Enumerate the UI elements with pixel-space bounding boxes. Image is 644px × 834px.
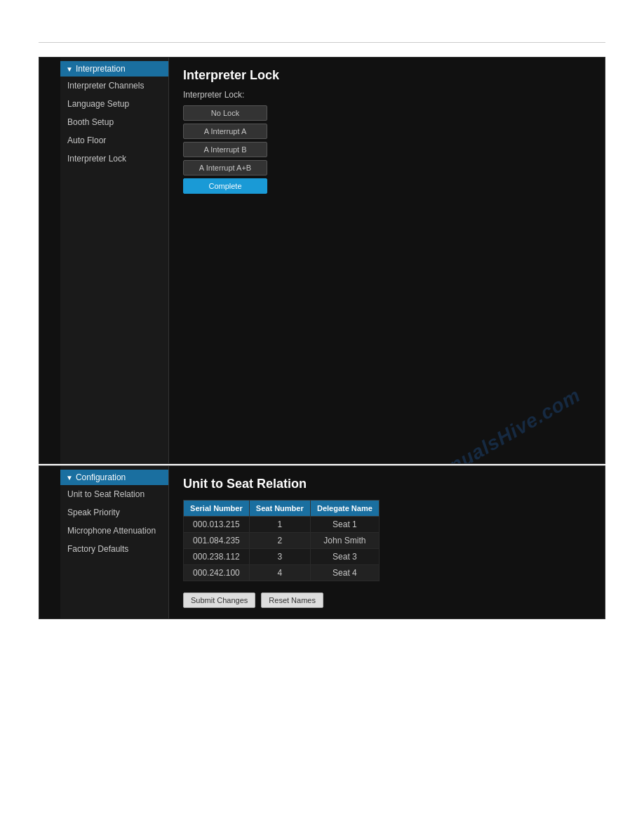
config-sidebar-header-label: Configuration xyxy=(76,472,126,482)
configuration-sidebar: ▼ Configuration Unit to Seat Relation Sp… xyxy=(60,466,169,618)
cell-seat-3: 4 xyxy=(249,565,310,581)
main-wrapper: ▼ Interpretation Interpreter Channels La… xyxy=(0,43,644,633)
interpreter-lock-label: Interpreter Lock: xyxy=(183,90,450,100)
cell-serial-1: 001.084.235 xyxy=(184,533,250,549)
cell-delegate-3: Seat 4 xyxy=(310,565,379,581)
sidebar-item-language-setup[interactable]: Language Setup xyxy=(60,95,168,113)
a-interrupt-b-button[interactable]: A Interrupt B xyxy=(183,142,267,157)
table-row: 000.013.2151Seat 1 xyxy=(184,517,380,533)
table-row: 001.084.2352John Smith xyxy=(184,533,380,549)
unit-seat-relation-panel: ▼ Configuration Unit to Seat Relation Sp… xyxy=(39,465,605,619)
submit-changes-button[interactable]: Submit Changes xyxy=(183,593,255,608)
right-gutter-2 xyxy=(464,466,605,618)
cell-delegate-1: John Smith xyxy=(310,533,379,549)
interpreter-lock-panel: ▼ Interpretation Interpreter Channels La… xyxy=(39,57,605,464)
left-gutter-2 xyxy=(39,466,60,618)
right-gutter-1: manualsHive.com xyxy=(464,58,605,463)
unit-seat-content: Unit to Seat Relation Serial Number Seat… xyxy=(169,466,464,618)
cell-serial-0: 000.013.215 xyxy=(184,517,250,533)
config-sidebar-arrow-icon: ▼ xyxy=(66,474,73,482)
left-gutter-1 xyxy=(39,58,60,463)
cell-seat-2: 3 xyxy=(249,549,310,565)
no-lock-button[interactable]: No Lock xyxy=(183,105,267,121)
col-header-delegate: Delegate Name xyxy=(310,501,379,517)
table-row: 000.238.1123Seat 3 xyxy=(184,549,380,565)
a-interrupt-a-button[interactable]: A Interrupt A xyxy=(183,124,267,139)
sidebar-item-unit-seat[interactable]: Unit to Seat Relation xyxy=(60,485,168,503)
unit-seat-title: Unit to Seat Relation xyxy=(183,477,450,491)
cell-seat-1: 2 xyxy=(249,533,310,549)
lock-buttons-group: No Lock A Interrupt A A Interrupt B A In… xyxy=(183,105,267,194)
interpreter-lock-content: Interpreter Lock Interpreter Lock: No Lo… xyxy=(169,58,464,463)
unit-seat-table: Serial Number Seat Number Delegate Name … xyxy=(183,500,380,581)
cell-seat-0: 1 xyxy=(249,517,310,533)
interpretation-sidebar: ▼ Interpretation Interpreter Channels La… xyxy=(60,58,169,463)
sidebar-item-speak-priority[interactable]: Speak Priority xyxy=(60,503,168,522)
col-header-seat: Seat Number xyxy=(249,501,310,517)
a-interrupt-ab-button[interactable]: A Interrupt A+B xyxy=(183,160,267,176)
sidebar-item-interpreter-lock[interactable]: Interpreter Lock xyxy=(60,150,168,168)
interpreter-lock-title: Interpreter Lock xyxy=(183,68,450,83)
table-row: 000.242.1004Seat 4 xyxy=(184,565,380,581)
config-sidebar-header: ▼ Configuration xyxy=(60,470,168,485)
sidebar-arrow-icon: ▼ xyxy=(66,65,73,73)
sidebar-header-label: Interpretation xyxy=(76,64,126,74)
sidebar-item-factory-defaults[interactable]: Factory Defaults xyxy=(60,540,168,558)
cell-serial-2: 000.238.112 xyxy=(184,549,250,565)
sidebar-item-booth-setup[interactable]: Booth Setup xyxy=(60,113,168,131)
cell-delegate-0: Seat 1 xyxy=(310,517,379,533)
table-action-buttons: Submit Changes Reset Names xyxy=(183,587,450,608)
sidebar-item-auto-floor[interactable]: Auto Floor xyxy=(60,131,168,150)
interpretation-sidebar-header: ▼ Interpretation xyxy=(60,61,168,77)
cell-delegate-2: Seat 3 xyxy=(310,549,379,565)
reset-names-button[interactable]: Reset Names xyxy=(261,593,323,608)
col-header-serial: Serial Number xyxy=(184,501,250,517)
cell-serial-3: 000.242.100 xyxy=(184,565,250,581)
sidebar-item-interpreter-channels[interactable]: Interpreter Channels xyxy=(60,77,168,95)
sidebar-item-mic-attenuation[interactable]: Microphone Attenuation xyxy=(60,522,168,540)
complete-button[interactable]: Complete xyxy=(183,178,267,194)
